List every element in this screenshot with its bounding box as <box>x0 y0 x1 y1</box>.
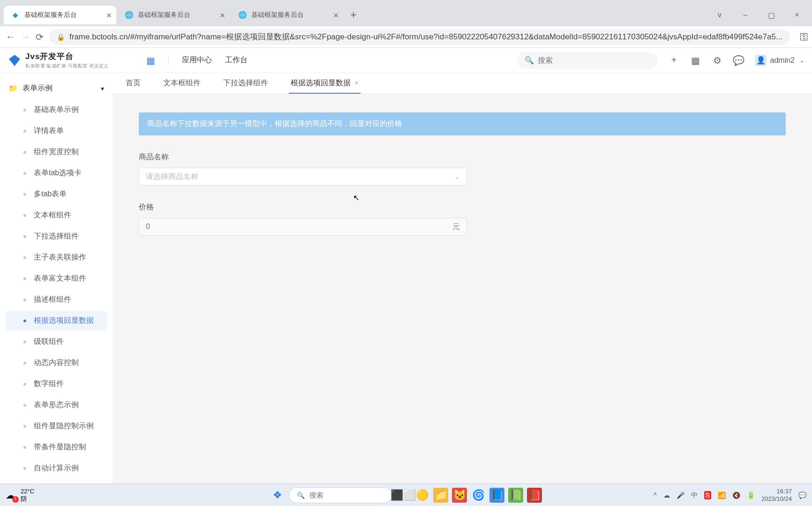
user-menu[interactable]: 👤 admin2 ⌄ <box>755 55 804 66</box>
grid-icon[interactable]: ▦ <box>691 55 701 66</box>
browser-tab[interactable]: 🌐 基础框架服务后台 × <box>231 6 343 24</box>
taskbar-search-input[interactable] <box>309 491 398 499</box>
sidebar-item[interactable]: 下拉选择组件 <box>6 226 107 246</box>
battery-icon[interactable]: 🔋 <box>747 491 755 499</box>
browser-tab[interactable]: 🌐 基础框架服务后台 × <box>117 6 230 24</box>
sidebar-item[interactable]: 主子表关联操作 <box>6 247 107 268</box>
brand-logo[interactable]: Jvs开发平台 私有部署·集成扩展·可视配置·灵活定义 <box>8 51 109 69</box>
sidebar-item-label: 表单tab选项卡 <box>34 168 82 178</box>
brand-subtitle: 私有部署·集成扩展·可视配置·灵活定义 <box>25 63 109 69</box>
lock-icon: 🔒 <box>57 33 65 41</box>
browser-nav: ← → ⟳ 🔒 frame.bctools.cn/#/myiframe/urlP… <box>0 26 812 48</box>
close-icon[interactable]: × <box>333 11 338 20</box>
onedrive-icon[interactable]: ☁ <box>663 491 670 499</box>
search-input[interactable] <box>538 56 650 65</box>
tab-title: 基础框架服务后台 <box>138 11 190 19</box>
content-tab-label: 根据选项回显数据 <box>291 79 351 87</box>
sidebar: 📁 表单示例 ▾ 基础表单示例详情表单组件宽度控制表单tab选项卡多tab表单文… <box>0 73 113 486</box>
app-icon[interactable]: 📕 <box>527 488 542 503</box>
field-price-label: 价格 <box>139 202 786 212</box>
content-tab[interactable]: 根据选项回显数据× <box>289 74 361 93</box>
sidebar-item[interactable]: 描述框组件 <box>6 290 107 310</box>
reload-icon[interactable]: ⟳ <box>36 30 44 44</box>
weather-icon: ☁! <box>6 490 17 501</box>
weather-temp: 22°C <box>21 488 34 495</box>
tab-title: 基础框架服务后台 <box>24 11 77 19</box>
taskbar-search[interactable]: 🔍 <box>289 487 392 503</box>
chevron-down-icon[interactable]: v <box>707 7 732 23</box>
nav-workbench[interactable]: 工作台 <box>225 55 248 65</box>
content-tab-label: 首页 <box>126 79 141 87</box>
content-tab[interactable]: 下拉选择组件 <box>221 74 270 93</box>
sidebar-item[interactable]: 组件宽度控制 <box>6 142 107 162</box>
app-icon[interactable]: 📗 <box>508 488 523 503</box>
wifi-icon[interactable]: 📶 <box>718 491 726 499</box>
chevron-down-icon: ▾ <box>101 85 104 92</box>
search-icon: 🔍 <box>297 491 305 499</box>
ime-icon[interactable]: 中 <box>691 491 698 499</box>
sidebar-item[interactable]: 级联组件 <box>6 332 107 352</box>
forward-icon[interactable]: → <box>21 30 30 44</box>
apps-icon[interactable]: ▦ <box>146 55 155 66</box>
content-tab[interactable]: 文本框组件 <box>161 74 203 93</box>
price-unit: 元 <box>452 222 460 232</box>
sidebar-item[interactable]: 详情表单 <box>6 121 107 141</box>
global-search[interactable]: 🔍 <box>517 52 658 69</box>
sidebar-item-label: 自动计算示例 <box>34 463 79 473</box>
sidebar-item[interactable]: 动态内容控制 <box>6 353 107 373</box>
back-icon[interactable]: ← <box>6 30 15 44</box>
content-tab[interactable]: 首页 <box>124 74 143 93</box>
logo-icon <box>8 53 22 67</box>
svg-marker-0 <box>9 55 20 66</box>
system-tray[interactable]: ^ ☁ 🎤 中 S 📶 🔇 🔋 16:37 2023/10/24 💬 <box>654 488 806 502</box>
sidebar-item[interactable]: 根据选项回显数据 <box>6 311 107 331</box>
nav-app-center[interactable]: 应用中心 <box>182 55 212 65</box>
sidebar-group[interactable]: 📁 表单示例 ▾ <box>0 78 113 99</box>
sidebar-item[interactable]: 表单形态示例 <box>6 395 107 415</box>
sidebar-item-label: 带条件显隐控制 <box>34 442 86 452</box>
sidebar-item[interactable]: 数字组件 <box>6 374 107 394</box>
app-icon[interactable]: 📘 <box>489 488 504 503</box>
minimize-icon[interactable]: – <box>733 7 758 23</box>
edge-icon[interactable]: 🌀 <box>471 488 486 503</box>
taskview-icon[interactable]: ⬛⬜ <box>396 488 411 503</box>
explorer-icon[interactable]: 📁 <box>433 488 448 503</box>
close-icon[interactable]: × <box>220 11 225 20</box>
plus-icon[interactable]: + <box>669 55 679 66</box>
app-icon[interactable]: 🐱 <box>452 488 467 503</box>
app-tray-icon[interactable]: S <box>704 491 711 499</box>
sidebar-item[interactable]: 自动计算示例 <box>6 458 107 478</box>
close-icon[interactable]: × <box>354 79 359 87</box>
sidebar-item[interactable]: 基础表单示例 <box>6 100 107 120</box>
volume-icon[interactable]: 🔇 <box>732 491 740 499</box>
chevron-down-icon: ⌄ <box>799 57 804 64</box>
weather-widget[interactable]: ☁! 22°C 阴 <box>6 488 34 502</box>
sidebar-item[interactable]: 多tab表单 <box>6 184 107 204</box>
chevron-up-icon[interactable]: ^ <box>654 491 657 499</box>
new-tab-button[interactable]: + <box>344 6 363 24</box>
product-name-select[interactable]: 请选择商品名称 ⌄ <box>139 168 467 186</box>
sidebar-item-label: 多tab表单 <box>34 189 67 199</box>
key-icon[interactable]: ⚿ <box>799 32 809 42</box>
sidebar-item[interactable]: 带条件显隐控制 <box>6 437 107 457</box>
weather-cond: 阴 <box>21 495 34 503</box>
favicon-icon: ◆ <box>11 11 20 19</box>
address-bar[interactable]: 🔒 frame.bctools.cn/#/myiframe/urlPath?na… <box>49 29 790 45</box>
price-input[interactable] <box>146 223 452 231</box>
sidebar-item-label: 动态内容控制 <box>34 358 79 368</box>
maximize-icon[interactable]: ▢ <box>759 7 783 23</box>
start-icon[interactable]: ❖ <box>270 488 285 503</box>
browser-tab[interactable]: ◆ 基础框架服务后台 × <box>4 6 116 24</box>
gear-icon[interactable]: ⚙ <box>712 55 722 66</box>
close-icon[interactable]: × <box>785 7 809 23</box>
chat-icon[interactable]: 💬 <box>734 55 744 66</box>
sidebar-item[interactable]: 组件显隐控制示例 <box>6 416 107 436</box>
chrome-icon[interactable]: 🟡 <box>414 488 429 503</box>
clock-time: 16:37 <box>761 488 792 495</box>
close-icon[interactable]: × <box>106 11 112 20</box>
mic-icon[interactable]: 🎤 <box>677 491 684 499</box>
sidebar-item[interactable]: 表单tab选项卡 <box>6 163 107 183</box>
sidebar-item[interactable]: 表单富文本组件 <box>6 268 107 289</box>
sidebar-item[interactable]: 文本框组件 <box>6 205 107 225</box>
notifications-icon[interactable]: 💬 <box>798 491 806 499</box>
